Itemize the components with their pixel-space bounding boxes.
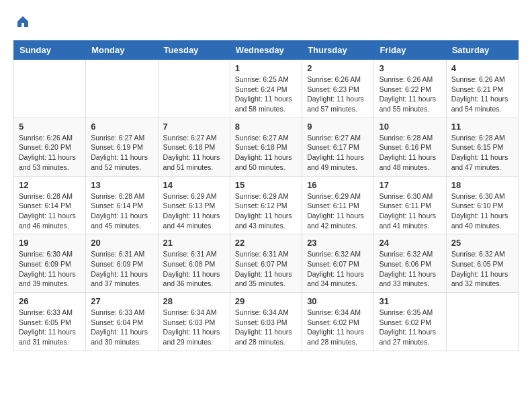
day-number: 29 <box>235 296 297 306</box>
calendar-cell: 12Sunrise: 6:28 AM Sunset: 6:14 PM Dayli… <box>14 176 86 234</box>
calendar-cell: 31Sunrise: 6:35 AM Sunset: 6:02 PM Dayli… <box>374 293 446 351</box>
calendar-cell: 27Sunrise: 6:33 AM Sunset: 6:04 PM Dayli… <box>86 293 158 351</box>
day-number: 2 <box>307 63 369 73</box>
day-number: 5 <box>19 122 81 132</box>
day-info: Sunrise: 6:31 AM Sunset: 6:08 PM Dayligh… <box>163 249 225 289</box>
day-info: Sunrise: 6:27 AM Sunset: 6:19 PM Dayligh… <box>91 133 152 173</box>
calendar-header-row: SundayMondayTuesdayWednesdayThursdayFrid… <box>14 41 519 60</box>
calendar-cell: 7Sunrise: 6:27 AM Sunset: 6:18 PM Daylig… <box>158 118 230 176</box>
day-number: 24 <box>379 238 441 248</box>
day-info: Sunrise: 6:33 AM Sunset: 6:05 PM Dayligh… <box>19 308 81 347</box>
day-number: 15 <box>235 180 297 190</box>
day-number: 30 <box>307 296 369 306</box>
day-info: Sunrise: 6:33 AM Sunset: 6:04 PM Dayligh… <box>91 308 152 347</box>
calendar-cell: 22Sunrise: 6:31 AM Sunset: 6:07 PM Dayli… <box>230 234 302 293</box>
day-info: Sunrise: 6:32 AM Sunset: 6:07 PM Dayligh… <box>307 249 369 289</box>
day-number: 18 <box>451 180 513 190</box>
calendar-cell: 18Sunrise: 6:30 AM Sunset: 6:10 PM Dayli… <box>446 176 518 234</box>
day-info: Sunrise: 6:30 AM Sunset: 6:11 PM Dayligh… <box>379 191 441 231</box>
day-number: 28 <box>163 296 225 306</box>
day-info: Sunrise: 6:27 AM Sunset: 6:18 PM Dayligh… <box>163 133 225 173</box>
calendar-cell: 19Sunrise: 6:30 AM Sunset: 6:09 PM Dayli… <box>14 234 86 293</box>
calendar-cell: 9Sunrise: 6:27 AM Sunset: 6:17 PM Daylig… <box>302 118 374 176</box>
weekday-header-friday: Friday <box>374 41 446 60</box>
day-number: 26 <box>19 296 81 306</box>
calendar-cell: 26Sunrise: 6:33 AM Sunset: 6:05 PM Dayli… <box>14 293 86 351</box>
calendar-cell <box>446 293 518 351</box>
weekday-header-wednesday: Wednesday <box>230 41 302 60</box>
calendar-cell: 17Sunrise: 6:30 AM Sunset: 6:11 PM Dayli… <box>374 176 446 234</box>
day-info: Sunrise: 6:26 AM Sunset: 6:23 PM Dayligh… <box>307 75 369 114</box>
weekday-header-tuesday: Tuesday <box>158 41 230 60</box>
calendar-cell: 11Sunrise: 6:28 AM Sunset: 6:15 PM Dayli… <box>446 118 518 176</box>
day-info: Sunrise: 6:27 AM Sunset: 6:18 PM Dayligh… <box>235 133 297 173</box>
day-number: 12 <box>19 180 81 190</box>
calendar-cell: 8Sunrise: 6:27 AM Sunset: 6:18 PM Daylig… <box>230 118 302 176</box>
calendar-cell: 5Sunrise: 6:26 AM Sunset: 6:20 PM Daylig… <box>14 118 86 176</box>
day-number: 4 <box>451 63 513 73</box>
day-number: 27 <box>91 296 152 306</box>
day-info: Sunrise: 6:34 AM Sunset: 6:03 PM Dayligh… <box>163 308 225 347</box>
day-number: 21 <box>163 238 225 248</box>
calendar-cell: 25Sunrise: 6:32 AM Sunset: 6:05 PM Dayli… <box>446 234 518 293</box>
day-info: Sunrise: 6:35 AM Sunset: 6:02 PM Dayligh… <box>379 308 441 347</box>
day-info: Sunrise: 6:30 AM Sunset: 6:10 PM Dayligh… <box>451 191 513 231</box>
logo-icon <box>15 13 31 30</box>
day-number: 10 <box>379 122 441 132</box>
page-header <box>13 13 519 30</box>
calendar-week-row: 26Sunrise: 6:33 AM Sunset: 6:05 PM Dayli… <box>14 293 519 351</box>
calendar-cell: 10Sunrise: 6:28 AM Sunset: 6:16 PM Dayli… <box>374 118 446 176</box>
calendar-cell: 28Sunrise: 6:34 AM Sunset: 6:03 PM Dayli… <box>158 293 230 351</box>
calendar-cell: 24Sunrise: 6:32 AM Sunset: 6:06 PM Dayli… <box>374 234 446 293</box>
calendar-week-row: 12Sunrise: 6:28 AM Sunset: 6:14 PM Dayli… <box>14 176 519 234</box>
day-number: 20 <box>91 238 152 248</box>
calendar-cell: 1Sunrise: 6:25 AM Sunset: 6:24 PM Daylig… <box>230 60 302 118</box>
day-number: 14 <box>163 180 225 190</box>
logo <box>13 13 31 30</box>
day-info: Sunrise: 6:26 AM Sunset: 6:21 PM Dayligh… <box>451 75 513 114</box>
day-info: Sunrise: 6:26 AM Sunset: 6:20 PM Dayligh… <box>19 133 81 173</box>
day-number: 31 <box>379 296 441 306</box>
day-number: 19 <box>19 238 81 248</box>
day-number: 13 <box>91 180 152 190</box>
calendar-cell <box>158 60 230 118</box>
day-info: Sunrise: 6:28 AM Sunset: 6:16 PM Dayligh… <box>379 133 441 173</box>
calendar-table: SundayMondayTuesdayWednesdayThursdayFrid… <box>13 40 519 351</box>
day-info: Sunrise: 6:32 AM Sunset: 6:06 PM Dayligh… <box>379 249 441 289</box>
day-number: 7 <box>163 122 225 132</box>
day-number: 16 <box>307 180 369 190</box>
weekday-header-monday: Monday <box>86 41 158 60</box>
day-number: 6 <box>91 122 152 132</box>
calendar-cell: 14Sunrise: 6:29 AM Sunset: 6:13 PM Dayli… <box>158 176 230 234</box>
day-info: Sunrise: 6:25 AM Sunset: 6:24 PM Dayligh… <box>235 75 297 114</box>
day-info: Sunrise: 6:28 AM Sunset: 6:15 PM Dayligh… <box>451 133 513 173</box>
weekday-header-saturday: Saturday <box>446 41 518 60</box>
calendar-cell: 13Sunrise: 6:28 AM Sunset: 6:14 PM Dayli… <box>86 176 158 234</box>
day-info: Sunrise: 6:32 AM Sunset: 6:05 PM Dayligh… <box>451 249 513 289</box>
day-number: 11 <box>451 122 513 132</box>
calendar-cell <box>86 60 158 118</box>
day-info: Sunrise: 6:28 AM Sunset: 6:14 PM Dayligh… <box>91 191 152 231</box>
day-info: Sunrise: 6:28 AM Sunset: 6:14 PM Dayligh… <box>19 191 81 231</box>
day-info: Sunrise: 6:26 AM Sunset: 6:22 PM Dayligh… <box>379 75 441 114</box>
day-number: 1 <box>235 63 297 73</box>
day-info: Sunrise: 6:29 AM Sunset: 6:13 PM Dayligh… <box>163 191 225 231</box>
calendar-cell: 3Sunrise: 6:26 AM Sunset: 6:22 PM Daylig… <box>374 60 446 118</box>
day-info: Sunrise: 6:30 AM Sunset: 6:09 PM Dayligh… <box>19 249 81 289</box>
calendar-cell: 21Sunrise: 6:31 AM Sunset: 6:08 PM Dayli… <box>158 234 230 293</box>
calendar-week-row: 1Sunrise: 6:25 AM Sunset: 6:24 PM Daylig… <box>14 60 519 118</box>
calendar-cell: 23Sunrise: 6:32 AM Sunset: 6:07 PM Dayli… <box>302 234 374 293</box>
calendar-cell: 30Sunrise: 6:34 AM Sunset: 6:02 PM Dayli… <box>302 293 374 351</box>
calendar-cell: 29Sunrise: 6:34 AM Sunset: 6:03 PM Dayli… <box>230 293 302 351</box>
day-number: 17 <box>379 180 441 190</box>
calendar-week-row: 5Sunrise: 6:26 AM Sunset: 6:20 PM Daylig… <box>14 118 519 176</box>
calendar-cell: 20Sunrise: 6:31 AM Sunset: 6:09 PM Dayli… <box>86 234 158 293</box>
day-info: Sunrise: 6:31 AM Sunset: 6:07 PM Dayligh… <box>235 249 297 289</box>
day-info: Sunrise: 6:31 AM Sunset: 6:09 PM Dayligh… <box>91 249 152 289</box>
day-number: 25 <box>451 238 513 248</box>
day-info: Sunrise: 6:34 AM Sunset: 6:03 PM Dayligh… <box>235 308 297 347</box>
day-info: Sunrise: 6:29 AM Sunset: 6:11 PM Dayligh… <box>307 191 369 231</box>
day-info: Sunrise: 6:27 AM Sunset: 6:17 PM Dayligh… <box>307 133 369 173</box>
calendar-cell: 16Sunrise: 6:29 AM Sunset: 6:11 PM Dayli… <box>302 176 374 234</box>
calendar-cell: 2Sunrise: 6:26 AM Sunset: 6:23 PM Daylig… <box>302 60 374 118</box>
